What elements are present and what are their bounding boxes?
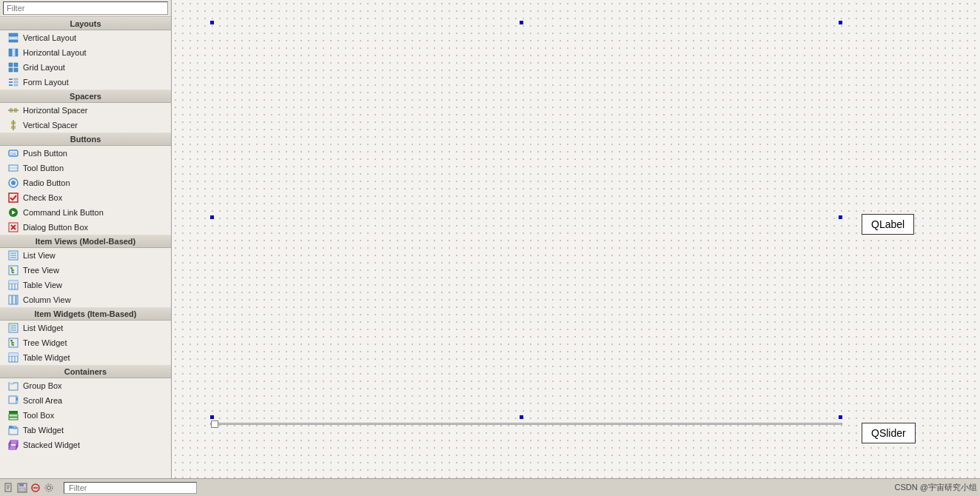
svg-rect-3 bbox=[9, 49, 12, 56]
qslider-widget: QSlider bbox=[862, 423, 916, 443]
svg-rect-50 bbox=[16, 295, 18, 304]
svg-rect-70 bbox=[16, 398, 18, 401]
section-item-views: Item Views (Model-Based) bbox=[0, 235, 171, 248]
sidebar-item-tool-box[interactable]: Tool Box bbox=[0, 408, 171, 423]
svg-rect-4 bbox=[13, 49, 15, 56]
sidebar-item-tool-button[interactable]: Tool Button bbox=[0, 161, 171, 175]
list-view-icon bbox=[7, 249, 19, 261]
svg-rect-47 bbox=[9, 281, 18, 284]
qlabel-annotation: QLabel bbox=[862, 220, 884, 229]
tool-button-icon bbox=[7, 162, 19, 174]
dialog-button-box-icon bbox=[7, 221, 19, 233]
svg-rect-2 bbox=[9, 40, 18, 42]
section-containers: Containers bbox=[0, 365, 171, 378]
svg-rect-1 bbox=[9, 37, 18, 39]
save-icon[interactable] bbox=[16, 482, 28, 494]
sidebar-item-table-view[interactable]: Table View bbox=[0, 278, 171, 292]
handle-mid-right bbox=[839, 215, 842, 219]
watermark: CSDN @宇宙研究小组 bbox=[895, 482, 977, 493]
column-view-icon bbox=[7, 294, 19, 306]
sidebar-item-group-box[interactable]: grp Group Box bbox=[0, 378, 171, 393]
svg-rect-68 bbox=[9, 396, 16, 403]
svg-rect-20 bbox=[11, 121, 16, 124]
handle-top-right bbox=[839, 21, 842, 24]
filter-status-input[interactable] bbox=[64, 482, 197, 494]
handle-mid-left bbox=[210, 215, 214, 219]
section-item-widgets: Item Widgets (Item-Based) bbox=[0, 307, 171, 321]
svg-rect-75 bbox=[9, 426, 13, 429]
status-bar: CSDN @宇宙研究小组 bbox=[0, 478, 980, 496]
app-container: Layouts Vertical Layout Horizontal Layou… bbox=[0, 0, 980, 496]
group-box-icon: grp bbox=[7, 380, 19, 392]
svg-point-89 bbox=[47, 486, 51, 489]
sidebar-item-column-view[interactable]: Column View bbox=[0, 292, 171, 307]
status-icons-group bbox=[3, 482, 55, 494]
sidebar-item-grid-layout[interactable]: Grid Layout bbox=[0, 60, 171, 75]
svg-rect-15 bbox=[14, 84, 18, 86]
qlabel-widget: QLabel bbox=[862, 214, 914, 235]
sidebar-item-form-layout[interactable]: Form Layout bbox=[0, 75, 171, 90]
svg-rect-64 bbox=[9, 353, 18, 356]
svg-rect-73 bbox=[9, 418, 18, 420]
sidebar-item-check-box[interactable]: Check Box bbox=[0, 190, 171, 205]
svg-rect-49 bbox=[13, 295, 16, 304]
svg-rect-14 bbox=[9, 84, 13, 86]
sidebar-item-vertical-spacer[interactable]: Vertical Spacer bbox=[0, 118, 171, 133]
sidebar-item-tree-view[interactable]: Tree View bbox=[0, 263, 171, 278]
main-area: Layouts Vertical Layout Horizontal Layou… bbox=[0, 0, 980, 478]
stop-icon[interactable] bbox=[30, 482, 41, 494]
sidebar-item-radio-button[interactable]: Radio Button bbox=[0, 175, 171, 190]
svg-rect-11 bbox=[14, 78, 18, 80]
svg-rect-9 bbox=[14, 68, 18, 72]
handle-bot-center bbox=[520, 415, 523, 419]
tree-widget-icon bbox=[7, 337, 19, 349]
sidebar-item-horizontal-layout[interactable]: Horizontal Layout bbox=[0, 45, 171, 60]
sidebar-item-list-view[interactable]: List View bbox=[0, 248, 171, 263]
page-icon[interactable] bbox=[3, 482, 15, 494]
svg-rect-71 bbox=[9, 411, 18, 414]
qslider-annotation: QSlider bbox=[862, 429, 884, 438]
handle-bot-right bbox=[839, 415, 842, 419]
qslider-track[interactable] bbox=[210, 423, 842, 425]
svg-text:grp: grp bbox=[10, 381, 16, 385]
svg-rect-8 bbox=[9, 68, 13, 72]
sidebar-item-dialog-button-box[interactable]: Dialog Button Box bbox=[0, 220, 171, 235]
svg-rect-72 bbox=[9, 415, 18, 417]
svg-rect-48 bbox=[9, 295, 12, 304]
scroll-area-icon bbox=[7, 395, 19, 406]
sidebar-item-stacked-widget[interactable]: Stacked Widget bbox=[0, 438, 171, 452]
horizontal-spacer-icon bbox=[7, 104, 19, 116]
check-box-icon bbox=[7, 192, 19, 204]
svg-rect-10 bbox=[9, 78, 13, 80]
sidebar-item-table-widget[interactable]: Table Widget bbox=[0, 350, 171, 365]
svg-rect-18 bbox=[14, 108, 17, 113]
section-buttons: Buttons bbox=[0, 133, 171, 146]
sidebar-item-tab-widget[interactable]: Tab Widget bbox=[0, 423, 171, 438]
tree-view-icon bbox=[7, 264, 19, 276]
sidebar: Layouts Vertical Layout Horizontal Layou… bbox=[0, 0, 172, 478]
svg-point-27 bbox=[11, 181, 16, 185]
svg-point-90 bbox=[45, 484, 53, 492]
tab-widget-icon bbox=[7, 424, 19, 436]
sidebar-item-horizontal-spacer[interactable]: Horizontal Spacer bbox=[0, 103, 171, 118]
sidebar-item-push-button[interactable]: OK Push Button bbox=[0, 146, 171, 161]
table-widget-icon bbox=[7, 352, 19, 363]
vertical-layout-icon bbox=[7, 32, 19, 44]
handle-top-left bbox=[210, 21, 214, 24]
slider-thumb[interactable] bbox=[211, 420, 218, 428]
stacked-widget-icon bbox=[7, 439, 19, 451]
push-button-icon: OK bbox=[7, 147, 19, 159]
svg-rect-80 bbox=[5, 483, 11, 492]
svg-rect-85 bbox=[19, 483, 24, 486]
list-widget-icon bbox=[7, 322, 19, 334]
filter-input[interactable] bbox=[3, 1, 168, 15]
gear-icon[interactable] bbox=[43, 482, 55, 494]
svg-rect-6 bbox=[9, 63, 13, 67]
sidebar-item-vertical-layout[interactable]: Vertical Layout bbox=[0, 30, 171, 45]
sidebar-item-list-widget[interactable]: List Widget bbox=[0, 321, 171, 335]
sidebar-item-scroll-area[interactable]: Scroll Area bbox=[0, 393, 171, 408]
sidebar-item-command-link-button[interactable]: Command Link Button bbox=[0, 205, 171, 220]
sidebar-item-tree-widget[interactable]: Tree Widget bbox=[0, 335, 171, 350]
svg-rect-0 bbox=[9, 33, 18, 36]
command-link-button-icon bbox=[7, 207, 19, 218]
